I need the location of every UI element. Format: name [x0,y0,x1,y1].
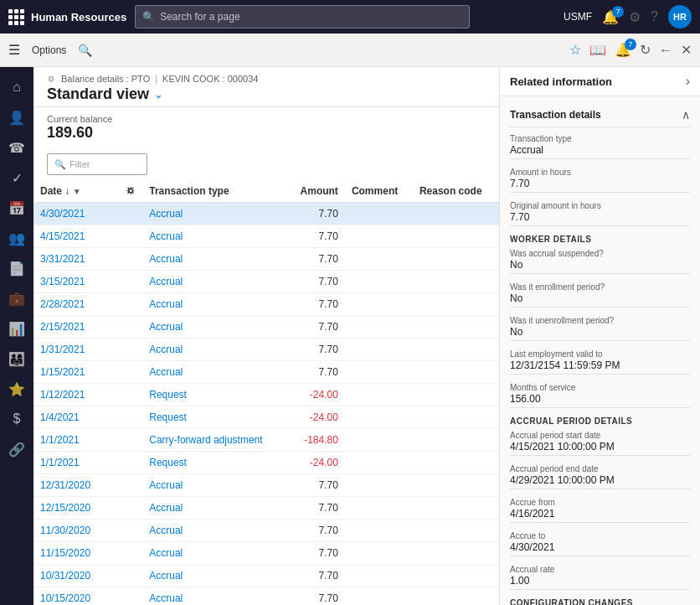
close-panel-button[interactable]: › [686,74,690,89]
sidebar-item-group[interactable]: 👨‍👩‍👧 [3,345,30,372]
search-box[interactable]: 🔍 Search for a page [135,5,470,28]
cell-type[interactable]: Request [142,406,286,429]
cell-type[interactable]: Accrual [142,339,286,361]
options-button[interactable]: Options [27,41,71,59]
sidebar-item-document[interactable]: 📄 [3,255,30,282]
table-row[interactable]: 4/15/2021 Accrual 7.70 [33,225,499,248]
notification-nav-icon[interactable]: 🔔 7 [615,42,631,58]
amount-hours-value: 7.70 [510,178,690,193]
table-row[interactable]: 11/30/2020 Accrual 7.70 [33,520,499,542]
cell-type[interactable]: Accrual [142,565,286,587]
sidebar-item-contact[interactable]: ☎ [3,134,30,161]
cell-date[interactable]: 2/28/2021 [33,293,119,316]
cell-date[interactable]: 12/15/2020 [33,497,119,520]
sidebar-item-briefcase[interactable]: 💼 [3,285,30,312]
view-dropdown[interactable]: ⌄ [154,88,163,101]
refresh-icon[interactable]: ↻ [640,42,651,58]
col-amount[interactable]: Amount [286,180,345,203]
cell-date[interactable]: 3/31/2021 [33,248,119,271]
table-row[interactable]: 1/31/2021 Accrual 7.70 [33,339,499,361]
accrual-rate-label: Accrual rate [510,565,690,574]
col-filter[interactable]: ⛭ [119,180,142,203]
cell-type[interactable]: Accrual [142,225,286,248]
sidebar-item-star[interactable]: ⭐ [3,375,30,402]
cell-date[interactable]: 4/30/2021 [33,203,119,225]
cell-type[interactable]: Accrual [142,497,286,520]
cell-reason [413,565,499,587]
table-row[interactable]: 2/15/2021 Accrual 7.70 [33,316,499,339]
table-row[interactable]: 2/28/2021 Accrual 7.70 [33,293,499,316]
cell-date[interactable]: 3/15/2021 [33,271,119,293]
cell-date[interactable]: 12/31/2020 [33,474,119,497]
col-reason[interactable]: Reason code [413,180,499,203]
close-icon[interactable]: ✕ [681,42,692,58]
table-row[interactable]: 1/1/2021 Carry-forward adjustment -184.8… [33,429,499,452]
accrue-to-label: Accrue to [510,531,690,540]
cell-date[interactable]: 10/31/2020 [33,565,119,587]
back-icon[interactable]: ← [659,43,672,58]
table-row[interactable]: 12/31/2020 Accrual 7.70 [33,474,499,497]
table-row[interactable]: 1/12/2021 Request -24.00 [33,384,499,406]
filter-input[interactable]: 🔍 Filter [47,153,147,175]
cell-type[interactable]: Accrual [142,587,286,606]
table-row[interactable]: 4/30/2021 Accrual 7.70 [33,203,499,225]
cell-type[interactable]: Carry-forward adjustment [142,429,286,452]
cell-type[interactable]: Accrual [142,474,286,497]
cell-type[interactable]: Accrual [142,293,286,316]
cell-type[interactable]: Accrual [142,520,286,542]
cell-type[interactable]: Accrual [142,361,286,384]
col-comment[interactable]: Comment [345,180,413,203]
cell-type[interactable]: Request [142,452,286,474]
table-row[interactable]: 11/15/2020 Accrual 7.70 [33,542,499,565]
cell-type[interactable]: Accrual [142,542,286,565]
table-row[interactable]: 3/15/2021 Accrual 7.70 [33,271,499,293]
table-row[interactable]: 1/1/2021 Request -24.00 [33,452,499,474]
sidebar-item-link[interactable]: 🔗 [3,436,30,463]
cell-type[interactable]: Accrual [142,203,286,225]
book-icon[interactable]: 📖 [589,42,606,58]
cell-type[interactable]: Accrual [142,271,286,293]
cell-date[interactable]: 1/4/2021 [33,406,119,429]
sidebar-item-check[interactable]: ✓ [3,164,30,191]
cell-date[interactable]: 10/15/2020 [33,587,119,606]
sidebar-item-home[interactable]: ⌂ [3,74,30,101]
table-row[interactable]: 10/15/2020 Accrual 7.70 [33,587,499,606]
col-type[interactable]: Transaction type [142,180,286,203]
table-row[interactable]: 3/31/2021 Accrual 7.70 [33,248,499,271]
cell-date[interactable]: 1/1/2021 [33,452,119,474]
nav-search-icon[interactable]: 🔍 [78,44,92,57]
user-avatar[interactable]: HR [668,5,692,28]
cell-date[interactable]: 4/15/2021 [33,225,119,248]
settings-icon[interactable]: ⚙ [629,9,641,25]
cell-date[interactable]: 1/12/2021 [33,384,119,406]
help-icon[interactable]: ? [651,9,658,24]
hamburger-button[interactable]: ☰ [8,42,20,58]
sidebar-item-dollar[interactable]: $ [3,406,30,432]
bell-button[interactable]: 🔔 7 [602,9,619,25]
cell-amount: 7.70 [286,316,345,339]
cell-date[interactable]: 2/15/2021 [33,316,119,339]
table-row[interactable]: 12/15/2020 Accrual 7.70 [33,497,499,520]
section-collapse-button[interactable]: ∧ [682,108,690,122]
breadcrumb-part1: Balance details : PTO [61,74,150,84]
table-row[interactable]: 1/4/2021 Request -24.00 [33,406,499,429]
sidebar-item-chart[interactable]: 📊 [3,315,30,342]
table-row[interactable]: 1/15/2021 Accrual 7.70 [33,361,499,384]
sidebar-item-person-add[interactable]: 👥 [3,225,30,251]
cell-date[interactable]: 11/30/2020 [33,520,119,542]
unenrollment-label: Was it unenrollment period? [510,316,690,325]
cell-type[interactable]: Accrual [142,316,286,339]
favorites-icon[interactable]: ☆ [569,42,581,58]
cell-date[interactable]: 11/15/2020 [33,542,119,565]
cell-date[interactable]: 1/31/2021 [33,339,119,361]
cell-type[interactable]: Request [142,384,286,406]
config-changes-title: CONFIGURATION CHANGES [510,598,690,605]
col-date[interactable]: Date ↓ ▼ [33,180,119,203]
table-row[interactable]: 10/31/2020 Accrual 7.70 [33,565,499,587]
cell-date[interactable]: 1/1/2021 [33,429,119,452]
cell-comment [345,248,413,271]
sidebar-item-people[interactable]: 👤 [3,104,30,131]
sidebar-item-calendar[interactable]: 📅 [3,194,30,221]
cell-type[interactable]: Accrual [142,248,286,271]
cell-date[interactable]: 1/15/2021 [33,361,119,384]
